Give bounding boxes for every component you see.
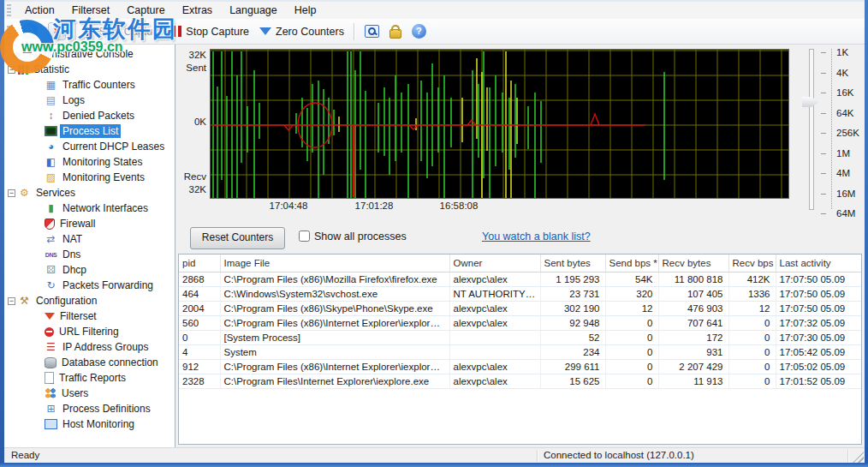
sidebar-item-configuration[interactable]: −⚒Configuration bbox=[4, 293, 175, 308]
table-cell: 17:07:50 05.09 bbox=[776, 287, 861, 302]
table-header-row: pidImage FileOwnerSent bytesSend bps *Re… bbox=[179, 254, 861, 272]
menu-extras[interactable]: Extras bbox=[174, 3, 221, 18]
column-header-sent-bytes[interactable]: Sent bytes bbox=[540, 254, 605, 272]
scale-label: 4M bbox=[836, 168, 865, 178]
table-cell: 0 bbox=[728, 345, 776, 360]
packets-forwarding-icon: ↻ bbox=[45, 279, 57, 291]
reset-counters-button[interactable]: Reset Counters bbox=[190, 227, 285, 249]
column-header-recv-bps[interactable]: Recv bps bbox=[728, 254, 776, 272]
scale-tick bbox=[821, 153, 826, 154]
status-bar: Ready Connected to localhost (127.0.0.1) bbox=[4, 447, 865, 464]
show-all-processes-checkbox[interactable] bbox=[299, 231, 310, 242]
firewall-icon bbox=[45, 219, 55, 230]
column-header-owner[interactable]: Owner bbox=[449, 254, 540, 272]
security-button[interactable] bbox=[384, 21, 407, 41]
sidebar-item-users[interactable]: Users bbox=[4, 386, 175, 401]
window-border-left bbox=[0, 0, 4, 467]
sidebar-item-label: Packets Forwarding bbox=[60, 278, 156, 292]
table-row[interactable]: 560C:\Program Files (x86)\Internet Explo… bbox=[179, 316, 861, 331]
sidebar-item-label: Logs bbox=[60, 93, 87, 107]
sidebar-item-label: Dns bbox=[60, 248, 83, 261]
table-row[interactable]: 4System2340931017:05:42 05.09 bbox=[179, 345, 861, 360]
table-row[interactable]: 2868C:\Program Files (x86)\Mozilla Firef… bbox=[179, 272, 861, 287]
inspect-button[interactable] bbox=[360, 22, 384, 40]
sidebar-item-process-definitions[interactable]: ⊞Process Definitions bbox=[4, 401, 175, 416]
x-axis-tick-label: 17:01:28 bbox=[347, 201, 401, 211]
scale-tick bbox=[821, 213, 826, 214]
table-cell: alexvpc\alex bbox=[449, 360, 540, 374]
stop-capture-button[interactable]: Stop Capture bbox=[167, 23, 254, 40]
expander-icon[interactable]: − bbox=[8, 297, 15, 305]
table-row[interactable]: 2328C:\Program Files\Internet Explorer\i… bbox=[179, 374, 861, 389]
table-row[interactable]: 912C:\Program Files (x86)\Internet Explo… bbox=[179, 360, 861, 374]
expander-icon[interactable]: − bbox=[8, 189, 15, 197]
status-connection-text: Connected to localhost (127.0.0.1) bbox=[544, 450, 694, 460]
column-header-image-file[interactable]: Image File bbox=[220, 254, 449, 272]
table-cell: 12 bbox=[605, 302, 658, 316]
scale-label: 64K bbox=[836, 108, 865, 118]
x-axis-tick-label: 17:04:48 bbox=[261, 201, 316, 211]
resize-grip[interactable] bbox=[853, 452, 864, 463]
sidebar-item-monitoring-states[interactable]: ◧Monitoring States bbox=[4, 154, 175, 170]
table-cell: 0 bbox=[605, 374, 658, 389]
column-header-last-activity[interactable]: Last activity bbox=[776, 254, 861, 272]
sidebar-item-label: Process List bbox=[60, 124, 121, 138]
menu-gripper-handle[interactable] bbox=[7, 4, 11, 16]
scale-tick bbox=[821, 173, 826, 174]
sidebar-item-monitoring-events[interactable]: ▨Monitoring Events bbox=[4, 170, 175, 185]
sidebar-item-packets-forwarding[interactable]: ↻Packets Forwarding bbox=[4, 278, 175, 293]
sidebar-item-dns[interactable]: DNSDns bbox=[4, 247, 175, 262]
table-cell: 0 bbox=[605, 331, 658, 345]
table-row[interactable]: 0[System Process]520172017:07:30 05.09 bbox=[179, 331, 861, 345]
table-cell: 560 bbox=[179, 316, 220, 331]
sidebar-item-host-monitoring[interactable]: Host Monitoring bbox=[4, 416, 175, 432]
help-button[interactable]: ? bbox=[407, 21, 431, 41]
table-cell: 302 190 bbox=[540, 302, 605, 316]
table-cell: 2868 bbox=[179, 272, 220, 287]
sidebar-item-database-connection[interactable]: Database connection bbox=[4, 355, 175, 370]
column-header-recv-bytes[interactable]: Recv bytes bbox=[658, 254, 728, 272]
sidebar-item-dhcp[interactable]: ⚄Dhcp bbox=[4, 262, 175, 278]
column-header-pid[interactable]: pid bbox=[179, 254, 220, 272]
zero-counters-button[interactable]: Zero Counters bbox=[254, 23, 349, 40]
sidebar-item-label: NAT bbox=[60, 232, 85, 246]
sidebar-item-current-dhcp-leases[interactable]: ◕Current DHCP Leases bbox=[4, 139, 175, 154]
table-cell: 15 625 bbox=[540, 374, 605, 389]
table-cell: alexvpc\alex bbox=[449, 272, 540, 287]
sidebar-item-traffic-counters[interactable]: ▦Traffic Counters bbox=[4, 77, 175, 93]
sidebar-item-url-filtering[interactable]: URL Filtering bbox=[4, 324, 175, 339]
table-cell: 52 bbox=[540, 331, 605, 345]
navigation-tree: ◆Administrative Console−Statistic▦Traffi… bbox=[4, 45, 175, 447]
sidebar-item-denied-packets[interactable]: ↕Denied Packets bbox=[4, 108, 175, 123]
column-header-send-bps[interactable]: Send bps * bbox=[605, 254, 658, 272]
sidebar-item-label: IP Address Groups bbox=[60, 340, 152, 354]
table-cell: 707 641 bbox=[658, 316, 728, 331]
sidebar-item-filterset[interactable]: Filterset bbox=[4, 308, 175, 324]
sidebar-item-process-list[interactable]: Process List bbox=[4, 123, 175, 139]
scale-slider-track[interactable] bbox=[809, 49, 814, 210]
scale-label: 1M bbox=[836, 148, 865, 159]
scale-slider-thumb[interactable] bbox=[802, 97, 819, 107]
menu-help[interactable]: Help bbox=[286, 3, 325, 18]
scale-tick bbox=[821, 194, 826, 195]
sidebar-item-logs[interactable]: ▤Logs bbox=[4, 93, 175, 108]
sidebar-item-network-interfaces[interactable]: ▮Network Interfaces bbox=[4, 201, 175, 216]
table-row[interactable]: 2004C:\Program Files (x86)\Skype\Phone\S… bbox=[179, 302, 861, 316]
sidebar-item-services[interactable]: −⚙Services bbox=[4, 185, 175, 201]
menu-language[interactable]: Language bbox=[221, 3, 286, 18]
sidebar-item-nat[interactable]: ⇄NAT bbox=[4, 231, 175, 247]
sidebar-item-traffic-reports[interactable]: Traffic Reports bbox=[4, 370, 175, 386]
table-cell: 17:07:32 05.09 bbox=[776, 316, 861, 331]
table-cell: alexvpc\alex bbox=[449, 316, 540, 331]
sidebar-item-label: Configuration bbox=[33, 294, 99, 308]
blank-list-help-link[interactable]: You watch a blank list? bbox=[482, 231, 591, 242]
table-cell: 17:05:42 05.09 bbox=[776, 345, 861, 360]
table-cell: 0 bbox=[179, 331, 220, 345]
table-cell: 0 bbox=[605, 345, 658, 360]
monitoring-events-icon: ▨ bbox=[45, 171, 57, 183]
table-row[interactable]: 464C:\Windows\System32\svchost.exeNT AUT… bbox=[179, 287, 861, 302]
sidebar-item-ip-address-groups[interactable]: ☰IP Address Groups bbox=[4, 339, 175, 355]
traffic-counters-icon: ▦ bbox=[45, 79, 57, 91]
process-definitions-icon: ⊞ bbox=[45, 403, 57, 415]
sidebar-item-firewall[interactable]: Firewall bbox=[4, 216, 175, 231]
